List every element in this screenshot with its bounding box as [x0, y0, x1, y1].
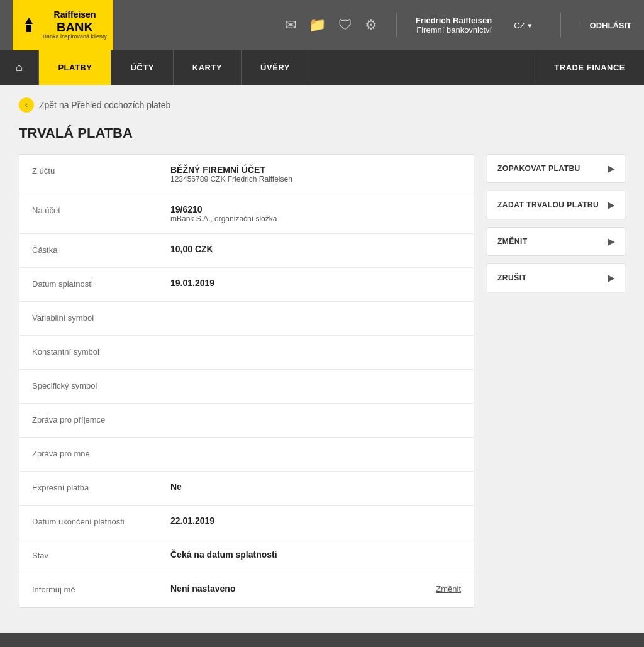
- row-value-datum-ukonceni: 22.01.2019: [170, 516, 461, 526]
- table-row: Datum splatnosti 19.01.2019: [19, 268, 474, 302]
- zmenit-arrow-icon: ▶: [608, 236, 615, 246]
- zopakovat-platbu-button[interactable]: ZOPAKOVAT PLATBU ▶: [487, 154, 625, 183]
- nav-uvery[interactable]: ÚVĚRY: [242, 50, 309, 85]
- row-value-informuj: Není nastaveno Změnit: [170, 583, 461, 594]
- page-title: TRVALÁ PLATBA: [19, 125, 625, 141]
- row-value-stav: Čeká na datum splatnosti: [170, 550, 461, 560]
- row-value-castka: 10,00 CZK: [170, 244, 461, 254]
- row-label-zprava-prijemce: Zpráva pro příjemce: [32, 414, 170, 424]
- castka-main: 10,00 CZK: [170, 244, 461, 254]
- na-ucet-main: 19/6210: [170, 204, 461, 214]
- svg-rect-2: [26, 25, 31, 32]
- row-value-z-uctu: BĚŽNÝ FIREMNÍ ÚČET 123456789 CZK Friedri…: [170, 165, 461, 184]
- row-label-specificky: Specifický symbol: [32, 380, 170, 390]
- zrusit-label: ZRUŠIT: [497, 274, 526, 282]
- nav-home[interactable]: ⌂: [0, 50, 39, 85]
- informuj-inline: Není nastaveno Změnit: [170, 583, 461, 594]
- table-row: Konstantní symbol: [19, 336, 474, 370]
- header-icons: ✉ 📁 🛡 ⚙ Friedrich Raiffeisen Firemní ban…: [285, 13, 631, 38]
- table-row: Informuj mě Není nastaveno Změnit: [19, 573, 474, 607]
- row-label-datum-ukonceni: Datum ukončení platnosti: [32, 516, 170, 526]
- row-value-expresni: Ne: [170, 482, 461, 492]
- action-buttons: ZOPAKOVAT PLATBU ▶ ZADAT TRVALOU PLATBU …: [487, 154, 625, 292]
- row-label-datum-splatnosti: Datum splatnosti: [32, 278, 170, 289]
- table-row: Částka 10,00 CZK: [19, 234, 474, 268]
- nav-platby[interactable]: PLATBY: [39, 50, 111, 85]
- z-uctu-main: BĚŽNÝ FIREMNÍ ÚČET: [170, 165, 461, 175]
- main-nav: ⌂ PLATBY ÚČTY KARTY ÚVĚRY TRADE FINANCE: [0, 50, 644, 85]
- back-arrow-icon[interactable]: ‹: [19, 97, 34, 113]
- zrusit-arrow-icon: ▶: [608, 273, 615, 283]
- zadat-trvalou-platbu-button[interactable]: ZADAT TRVALOU PLATBU ▶: [487, 191, 625, 219]
- datum-splatnosti-main: 19.01.2019: [170, 278, 461, 288]
- language-selector[interactable]: CZ ▾: [514, 21, 531, 30]
- breadcrumb: ‹ Zpět na Přehled odchozích plateb: [19, 97, 625, 113]
- zopakovat-arrow-icon: ▶: [608, 163, 615, 174]
- lang-chevron-icon: ▾: [528, 21, 532, 30]
- row-label-stav: Stav: [32, 550, 170, 560]
- row-label-castka: Částka: [32, 244, 170, 255]
- table-row: Zpráva pro příjemce: [19, 404, 474, 438]
- informuj-zmenit-link[interactable]: Změnit: [436, 584, 461, 594]
- breadcrumb-link[interactable]: Zpět na Přehled odchozích plateb: [39, 100, 170, 110]
- mail-icon[interactable]: ✉: [285, 17, 296, 33]
- user-name: Friedrich Raiffeisen: [416, 16, 492, 25]
- expresni-main: Ne: [170, 482, 461, 492]
- table-row: Expresní platba Ne: [19, 472, 474, 506]
- content-layout: Z účtu BĚŽNÝ FIREMNÍ ÚČET 123456789 CZK …: [19, 154, 625, 608]
- header: Raiffeisen BANK Banka inspirovaná klient…: [0, 0, 644, 50]
- footer: 📱 800 900 900 Tuzemské 📱 +420 412 446 40…: [0, 633, 644, 647]
- main-content: ‹ Zpět na Přehled odchozích plateb TRVAL…: [0, 85, 644, 621]
- table-row: Na účet 19/6210 mBank S.A., organizační …: [19, 194, 474, 234]
- na-ucet-sub: mBank S.A., organizační složka: [170, 214, 461, 223]
- header-separator-2: [560, 13, 561, 38]
- table-row: Stav Čeká na datum splatnosti: [19, 539, 474, 573]
- zmenit-button[interactable]: ZMĚNIT ▶: [487, 227, 625, 256]
- user-menu[interactable]: Friedrich Raiffeisen Firemní bankovnictv…: [416, 16, 492, 35]
- table-row: Z účtu BĚŽNÝ FIREMNÍ ÚČET 123456789 CZK …: [19, 155, 474, 194]
- lang-label: CZ: [514, 21, 525, 30]
- row-value-na-ucet: 19/6210 mBank S.A., organizační složka: [170, 204, 461, 223]
- user-type: Firemní bankovnictví: [416, 25, 492, 35]
- row-label-z-uctu: Z účtu: [32, 165, 170, 175]
- logo-icon: [19, 15, 39, 35]
- zadat-arrow-icon: ▶: [608, 200, 615, 210]
- nav-trade-finance[interactable]: TRADE FINANCE: [535, 50, 644, 85]
- nav-ucty[interactable]: ÚČTY: [111, 50, 173, 85]
- zmenit-label: ZMĚNIT: [497, 237, 528, 246]
- logout-button[interactable]: ODHLÁSIT: [580, 21, 631, 30]
- shield-icon[interactable]: 🛡: [338, 17, 352, 33]
- z-uctu-sub: 123456789 CZK Friedrich Raiffeisen: [170, 175, 461, 184]
- row-label-expresni: Expresní platba: [32, 482, 170, 492]
- nav-karty[interactable]: KARTY: [174, 50, 242, 85]
- row-label-zprava-mne: Zpráva pro mne: [32, 448, 170, 458]
- logo-raiffeisen: Raiffeisen: [43, 10, 107, 19]
- detail-table: Z účtu BĚŽNÝ FIREMNÍ ÚČET 123456789 CZK …: [19, 154, 474, 608]
- table-row: Datum ukončení platnosti 22.01.2019: [19, 506, 474, 539]
- folder-icon[interactable]: 📁: [309, 17, 326, 33]
- zadat-label: ZADAT TRVALOU PLATBU: [497, 201, 599, 209]
- table-row: Variabilní symbol: [19, 302, 474, 336]
- row-value-datum-splatnosti: 19.01.2019: [170, 278, 461, 288]
- zopakovat-label: ZOPAKOVAT PLATBU: [497, 164, 580, 173]
- header-separator: [396, 13, 397, 38]
- zrusit-button[interactable]: ZRUŠIT ▶: [487, 263, 625, 292]
- informuj-main: Není nastaveno: [170, 583, 235, 594]
- table-row: Zpráva pro mne: [19, 438, 474, 472]
- logo-tagline: Banka inspirovaná klienty: [43, 34, 107, 40]
- logo-bank: BANK: [43, 20, 107, 34]
- row-label-informuj: Informuj mě: [32, 583, 170, 594]
- row-label-na-ucet: Na účet: [32, 204, 170, 215]
- logo[interactable]: Raiffeisen BANK Banka inspirovaná klient…: [13, 0, 113, 50]
- row-label-variabilni: Variabilní symbol: [32, 312, 170, 323]
- datum-ukonceni-main: 22.01.2019: [170, 516, 461, 526]
- table-row: Specifický symbol: [19, 370, 474, 404]
- stav-main: Čeká na datum splatnosti: [170, 550, 461, 560]
- row-label-konstantni: Konstantní symbol: [32, 346, 170, 357]
- settings-icon[interactable]: ⚙: [365, 17, 377, 33]
